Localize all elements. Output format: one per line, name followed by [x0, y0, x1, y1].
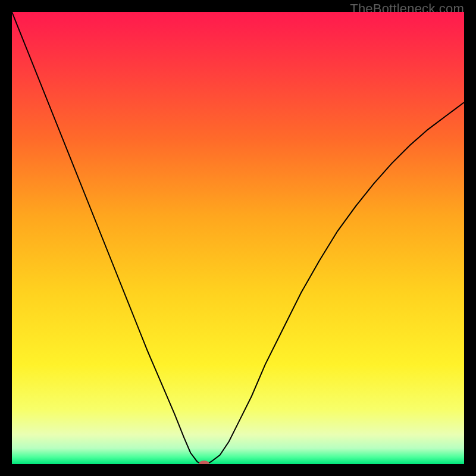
- chart-frame: TheBottleneck.com: [0, 0, 476, 476]
- chart-plot: [12, 12, 464, 464]
- chart-background: [12, 12, 464, 464]
